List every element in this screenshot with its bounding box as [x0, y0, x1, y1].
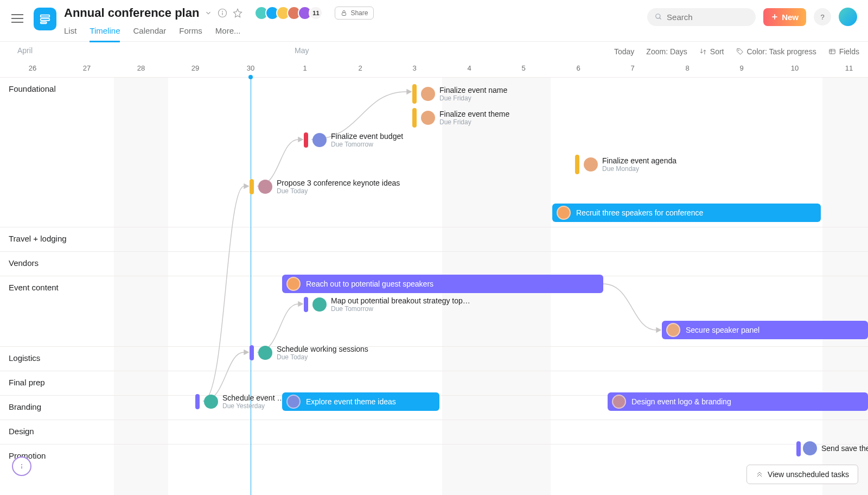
- today-button[interactable]: Today: [614, 47, 634, 56]
- task-title: Design event logo & branding: [631, 397, 731, 406]
- section-label[interactable]: Vendors: [9, 258, 39, 268]
- task-title: Recruit three speakers for conference: [576, 208, 703, 217]
- task-bar[interactable]: Secure speaker panel: [662, 321, 868, 339]
- view-unscheduled-button[interactable]: View unscheduled tasks: [746, 465, 858, 484]
- svg-point-9: [21, 464, 22, 465]
- search-input[interactable]: [667, 12, 748, 22]
- task-status-pill: [796, 441, 801, 456]
- fields-icon: [828, 48, 836, 55]
- section-row[interactable]: Vendors: [0, 251, 868, 276]
- assignee-avatar[interactable]: [312, 297, 327, 312]
- task[interactable]: Schedule working sessions Due Today: [250, 345, 368, 361]
- section-label[interactable]: Branding: [9, 402, 41, 411]
- assignee-avatar[interactable]: [666, 323, 680, 337]
- assignee-avatar[interactable]: [584, 157, 598, 172]
- task-title: Secure speaker panel: [686, 326, 760, 334]
- section-row[interactable]: Final prep: [0, 371, 868, 395]
- lock-icon: [341, 10, 347, 16]
- tab-more[interactable]: More...: [215, 26, 241, 42]
- task-title: Finalize event agenda: [602, 156, 676, 165]
- date-cell: 9: [739, 64, 743, 72]
- tabs: ListTimelineCalendarFormsMore...: [64, 26, 647, 42]
- svg-point-4: [222, 11, 223, 12]
- tab-calendar[interactable]: Calendar: [133, 26, 166, 42]
- task[interactable]: Propose 3 conference keynote ideas Due T…: [250, 179, 400, 195]
- task-status-pill: [304, 132, 308, 148]
- task-due: Due Tomorrow: [331, 141, 403, 148]
- section-label[interactable]: Final prep: [9, 378, 45, 387]
- assignee-avatar[interactable]: [803, 441, 817, 455]
- info-icon[interactable]: [218, 8, 227, 18]
- assignee-avatar[interactable]: [204, 395, 218, 409]
- task[interactable]: Send save the da: [803, 441, 868, 455]
- task-status-pill: [195, 394, 200, 409]
- task-bar[interactable]: Recruit three speakers for conference: [552, 204, 821, 222]
- sort-button[interactable]: Sort: [699, 47, 724, 56]
- task[interactable]: Finalize event theme Due Friday: [412, 108, 509, 128]
- section-label[interactable]: Event content: [9, 283, 59, 292]
- section-label[interactable]: Design: [9, 427, 34, 436]
- timeline-body[interactable]: FoundationalTravel + lodgingVendorsEvent…: [0, 78, 868, 495]
- tab-list[interactable]: List: [64, 26, 76, 42]
- assignee-avatar[interactable]: [612, 395, 626, 409]
- sort-icon: [699, 48, 707, 55]
- task-status-pill: [250, 179, 254, 194]
- project-meta: Annual conference plan 11 Share ListTime…: [64, 5, 647, 42]
- assignee-avatar[interactable]: [312, 133, 327, 147]
- info-floating-icon[interactable]: [12, 456, 31, 476]
- color-button[interactable]: Color: Task progress: [736, 47, 816, 56]
- avatar-stack[interactable]: 11: [258, 6, 323, 20]
- task-due: Due Tomorrow: [331, 305, 470, 313]
- date-cell: 10: [791, 64, 799, 72]
- task-title: Map out potential breakout strategy top…: [331, 296, 470, 305]
- section-row[interactable]: Logistics: [0, 346, 868, 371]
- chevron-up-icon: [756, 471, 763, 478]
- share-button[interactable]: Share: [335, 7, 374, 20]
- task-bar[interactable]: Reach out to potential guest speakers: [282, 275, 603, 293]
- project-title[interactable]: Annual conference plan: [64, 6, 199, 20]
- task[interactable]: Finalize event budget Due Tomorrow: [304, 132, 403, 148]
- fields-button[interactable]: Fields: [828, 47, 859, 56]
- avatar-overflow-count[interactable]: 11: [309, 6, 323, 20]
- section-label[interactable]: Foundational: [9, 84, 56, 93]
- task[interactable]: Finalize event agenda Due Monday: [575, 155, 676, 174]
- assignee-avatar[interactable]: [421, 87, 435, 101]
- section-label[interactable]: Logistics: [9, 353, 40, 363]
- task-title: Finalize event theme: [439, 110, 509, 118]
- section-label[interactable]: Travel + lodging: [9, 234, 67, 243]
- tab-timeline[interactable]: Timeline: [90, 26, 120, 42]
- tab-forms[interactable]: Forms: [179, 26, 202, 42]
- task[interactable]: Finalize event name Due Friday: [412, 84, 507, 104]
- task[interactable]: Map out potential breakout strategy top……: [304, 296, 470, 313]
- assignee-avatar[interactable]: [557, 206, 571, 220]
- svg-point-6: [656, 14, 660, 18]
- task-due: Due Yesterday: [222, 402, 284, 410]
- assignee-avatar[interactable]: [286, 395, 301, 409]
- date-cell: 8: [685, 64, 689, 72]
- star-icon[interactable]: [233, 8, 242, 18]
- assignee-avatar[interactable]: [286, 277, 301, 291]
- assignee-avatar[interactable]: [258, 180, 272, 194]
- zoom-button[interactable]: Zoom: Days: [646, 47, 687, 56]
- search-box[interactable]: [647, 8, 756, 26]
- hamburger-menu-icon[interactable]: [8, 9, 27, 28]
- chevron-down-icon[interactable]: [205, 9, 212, 17]
- section-row[interactable]: Design: [0, 420, 868, 444]
- assignee-avatar[interactable]: [421, 111, 435, 125]
- task-due: Due Today: [277, 187, 400, 195]
- task[interactable]: Schedule event … Due Yesterday: [195, 394, 284, 410]
- new-button[interactable]: New: [763, 8, 806, 26]
- section-row[interactable]: Promotion: [0, 444, 868, 468]
- share-label: Share: [350, 9, 368, 17]
- user-avatar[interactable]: [839, 8, 857, 26]
- date-cell: 5: [521, 64, 525, 72]
- task-bar[interactable]: Design event logo & branding: [608, 392, 868, 411]
- task-due: Due Friday: [439, 94, 507, 102]
- svg-rect-5: [342, 13, 346, 16]
- project-icon[interactable]: [34, 8, 56, 30]
- section-row[interactable]: Travel + lodging: [0, 227, 868, 251]
- help-button[interactable]: ?: [814, 8, 831, 26]
- date-cell: 26: [29, 64, 36, 72]
- task-bar[interactable]: Explore event theme ideas: [282, 392, 439, 411]
- assignee-avatar[interactable]: [258, 346, 272, 360]
